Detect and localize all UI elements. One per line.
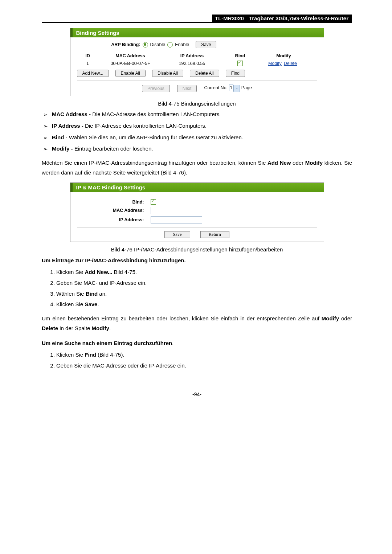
panel-divider [77, 81, 317, 81]
list-item: IP Address - Die IP-Adresse des kontroll… [52, 122, 352, 130]
list-item: Klicken Sie Save. [56, 300, 352, 308]
col-id: ID [77, 53, 99, 58]
panel-divider [77, 227, 317, 227]
term: MAC Address - [52, 111, 92, 117]
next-button[interactable]: Next [177, 85, 197, 92]
figure-caption-1: Bild 4-75 Bindungseinstellungen [42, 100, 352, 107]
panel-title: Binding Settings [70, 28, 324, 37]
ip-label: IP Address: [77, 217, 151, 222]
cell-ip: 192.168.0.55 [162, 61, 222, 66]
radio-disable[interactable] [143, 42, 148, 48]
add-new-button[interactable]: Add New... [77, 70, 109, 77]
radio-disable-label: Disable [150, 42, 166, 47]
header-title: Tragbarer 3G/3,75G-Wireless-N-Router [247, 15, 352, 23]
find-button[interactable]: Find [226, 70, 245, 77]
bind-row: Bind: [77, 199, 317, 205]
col-mac: MAC Address [99, 53, 162, 58]
bulk-action-row: Add New... Enable All Disable All Delete… [77, 70, 317, 77]
list-item: Wählen Sie Bind an. [56, 290, 352, 298]
current-no-group: Current No. 1⌄ Page [204, 85, 252, 92]
page-header: TL-MR3020 Tragbarer 3G/3,75G-Wireless-N-… [42, 15, 352, 23]
current-no-value[interactable]: 1 [229, 85, 234, 91]
modify-link[interactable]: Modify [268, 61, 282, 66]
paragraph: Möchten Sie einen IP-/MAC-Adressbindungs… [42, 158, 352, 177]
term-text: Die IP-Adresse des kontrollierten LAN-Co… [85, 123, 207, 129]
binding-settings-panel: Binding Settings ARP Binding: Disable En… [70, 28, 324, 96]
save-button[interactable]: Save [164, 231, 190, 238]
previous-button[interactable]: Previous [142, 85, 170, 92]
cell-bind [222, 61, 258, 66]
header-rule [42, 15, 212, 23]
delete-link[interactable]: Delete [284, 61, 297, 66]
bind-label: Bind: [77, 200, 151, 205]
bind-checkbox[interactable] [151, 199, 156, 205]
save-button[interactable]: Save [196, 41, 216, 48]
cell-mac: 00-0A-EB-00-07-5F [99, 61, 162, 66]
table-header: ID MAC Address IP Address Bind Modify [77, 53, 317, 58]
ip-row: IP Address: [77, 216, 317, 223]
dropdown-arrow-icon[interactable]: ⌄ [233, 85, 240, 92]
term-text: Wählen Sie dies an, um die ARP-Bindung f… [69, 134, 243, 140]
list-item: Klicken Sie Add New... Bild 4-75. [56, 268, 352, 276]
delete-all-button[interactable]: Delete All [190, 70, 219, 77]
list-item: Bind - Wählen Sie dies an, um die ARP-Bi… [52, 134, 352, 141]
form-button-row: Save Return [77, 231, 317, 238]
subheading: Um Einträge zur IP-/MAC-Adressbindung hi… [42, 255, 352, 265]
term: Modify - [52, 145, 74, 152]
col-modify: Modify [258, 53, 309, 58]
arp-binding-row: ARP Binding: Disable Enable Save [77, 41, 317, 48]
header-model: TL-MR3020 [212, 15, 247, 23]
page-label: Page [241, 85, 252, 90]
subheading: Um eine Suche nach einem Eintrag durchzu… [42, 338, 352, 348]
list-item: Modify - Eintrag bearbeiten oder löschen… [52, 145, 352, 153]
radio-enable[interactable] [167, 42, 173, 48]
term-text: Eintrag bearbeiten oder löschen. [74, 145, 153, 152]
term: IP Address - [52, 123, 85, 129]
current-no-label: Current No. [204, 85, 228, 90]
col-bind: Bind [222, 53, 258, 58]
disable-all-button[interactable]: Disable All [152, 70, 183, 77]
col-ip: IP Address [162, 53, 222, 58]
page-number: -94- [42, 391, 352, 397]
radio-enable-label: Enable [175, 42, 189, 47]
ordered-list-2: Klicken Sie Find (Bild 4-75). Geben Sie … [42, 351, 352, 370]
list-item: Klicken Sie Find (Bild 4-75). [56, 351, 352, 359]
figure-caption-2: Bild 4-76 IP-/MAC-Adressbindungseinstell… [42, 246, 352, 253]
cell-modify: ModifyDelete [258, 61, 309, 66]
list-item: Geben Sie MAC- und IP-Adresse ein. [56, 279, 352, 287]
pager: Previous Next Current No. 1⌄ Page [77, 85, 317, 92]
mac-input[interactable] [151, 207, 202, 214]
term-text: Die MAC-Adresse des kontrollierten LAN-C… [92, 111, 221, 117]
bullet-list: MAC Address - Die MAC-Adresse des kontro… [42, 110, 352, 153]
mac-row: MAC Address: [77, 207, 317, 214]
panel-title: IP & MAC Binding Settings [70, 183, 324, 192]
ip-input[interactable] [151, 216, 202, 223]
arp-binding-label: ARP Binding: [77, 42, 140, 47]
term: Bind - [52, 134, 69, 140]
enable-all-button[interactable]: Enable All [115, 70, 146, 77]
cell-id: 1 [77, 61, 99, 66]
list-item: MAC Address - Die MAC-Adresse des kontro… [52, 110, 352, 118]
return-button[interactable]: Return [200, 231, 229, 238]
mac-label: MAC Address: [77, 208, 151, 213]
ordered-list-1: Klicken Sie Add New... Bild 4-75. Geben … [42, 268, 352, 308]
list-item: Geben Sie die MAC-Adresse oder die IP-Ad… [56, 362, 352, 370]
ip-mac-binding-settings-panel: IP & MAC Binding Settings Bind: MAC Addr… [70, 182, 324, 242]
paragraph: Um einen bestehenden Eintrag zu bearbeit… [42, 313, 352, 333]
table-row: 1 00-0A-EB-00-07-5F 192.168.0.55 ModifyD… [77, 61, 317, 66]
bind-checkbox-icon[interactable] [237, 61, 243, 66]
